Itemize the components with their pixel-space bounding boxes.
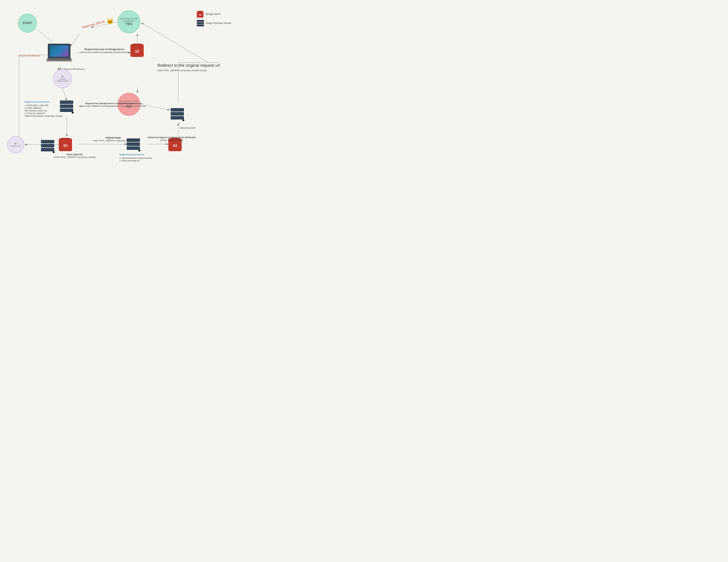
original-image-label: original image meida.YOUR__WEBSITE.com/g…: [93, 136, 133, 142]
ip-bottom-2: 2. create new image file: [119, 159, 152, 162]
request-storage-label: Request from Storage Server to Image Pro…: [82, 102, 146, 107]
request-user-title: Request from user to Storage Server: [80, 48, 129, 51]
server-bottom-left: ▶: [41, 140, 54, 151]
check-original-title: Check original file: [53, 153, 96, 156]
s3-icon-main: S3: [130, 43, 144, 57]
yes-answer: YES: [126, 22, 132, 26]
svg-line-25: [63, 88, 67, 100]
legend-processor-label: Image Processor Service: [206, 22, 231, 24]
legend: S3 Storage Server Image Processor Servic…: [197, 10, 231, 26]
ip-left-1: 1. Check tasks (--width 100): [25, 104, 62, 107]
s3-bucket-bottom-left: S3: [59, 137, 72, 151]
request-storage-title: Request from Storage Server to Image Pro…: [82, 102, 146, 105]
original-image-title: original image: [93, 136, 133, 139]
legend-server-icon: [197, 20, 204, 26]
ip-bottom-1: 1. High performance image processing: [119, 157, 152, 159]
ip-left-4: 3. Check the original file: [25, 112, 62, 115]
request-user-title-label: Request from user to Storage Server medi…: [80, 48, 129, 54]
server-cursor-bottom-left: ▶: [53, 150, 55, 152]
check-original-label: Check original file (meida.YOUR__WEBSITE…: [53, 153, 96, 158]
diagram-container: S3 Storage Server Image Processor Servic…: [0, 0, 243, 187]
server-stack-right: [171, 108, 184, 119]
upload-new-image-url: grumpy_cat-width-100.jpeg: [148, 139, 195, 141]
server-cursor-bottom-right: ▶: [139, 148, 141, 151]
legend-image-processor: Image Processor Service: [197, 20, 231, 26]
laptop-bottom: [46, 60, 72, 61]
node-if-middle: IF No tasks Validation failed: [53, 69, 72, 88]
request-storage-url: api.YOUR__WEBSITE.com/media/optimiser?ur…: [82, 105, 146, 107]
request-user-url: media.YOUR__WEBSITE.com/grumpy_cat-width…: [80, 51, 129, 54]
s3-bucket-main: S3: [130, 43, 144, 57]
s3-icon-bottom-left: S3: [59, 137, 72, 151]
svg-line-16: [141, 23, 209, 63]
legend-s3-icon: S3: [197, 10, 203, 18]
yes-question: Does grumpy_cat-width-100.jpeg exist ?: [118, 18, 140, 22]
laptop-screen: [48, 44, 71, 58]
cat-icon: 🐱: [107, 18, 114, 25]
laptop-icon: [48, 44, 72, 61]
server-stack-bottom-left: [41, 140, 54, 151]
server-cursor-left: ▶: [72, 111, 74, 113]
if-bottom-title: IF: [15, 142, 17, 145]
if-middle-line1: No tasks: [59, 78, 66, 80]
node-if-bottom: IF Doesn't exist: [7, 136, 24, 153]
laptop-screen-inner: [50, 45, 69, 57]
check-original-detail: (meida.YOUR__WEBSITE.com/ grumpy_cat.jpe…: [53, 156, 96, 158]
legend-storage-server: S3 Storage Server: [197, 10, 231, 18]
ip-left-3: (file extensions, tasks, etc): [25, 109, 62, 112]
upload-successful-label: Upload Successful: [180, 127, 195, 129]
upload-new-image-title: Upload new image to our Storage Server (…: [148, 136, 195, 139]
redirect-label: Redirect to the original request url med…: [157, 63, 220, 72]
ip-left-5: (https://meida.website.com/grumpy_cat.jp…: [25, 115, 62, 117]
node-start: START: [18, 14, 37, 33]
response-404-left-label: Response 404 NotFound: [19, 55, 40, 57]
legend-storage-label: Storage Server: [205, 13, 221, 15]
response-200-label: Response 200 ok: [81, 19, 105, 30]
image-processor-bottom-labels: Image Processor Service 1. High performa…: [119, 153, 152, 162]
ip-bottom-title: Image Processor Service: [119, 153, 152, 156]
upload-new-image-label: Upload new image to our Storage Server (…: [148, 136, 195, 141]
if-bottom-line1: Doesn't exist: [11, 145, 20, 147]
server-cursor-right: ▶: [183, 118, 185, 120]
ip-left-title: Image Processor Service: [25, 100, 62, 103]
if-middle-line2: Validation failed: [57, 80, 69, 82]
image-processor-left-labels: Image Processor Service 1. Check tasks (…: [25, 100, 62, 117]
original-image-url: meida.YOUR__WEBSITE.com/grumpy_cat.jpeg: [93, 139, 133, 142]
redirect-title: Redirect to the original request url: [157, 63, 220, 68]
node-yes: Does grumpy_cat-width-100.jpeg exist ? Y…: [118, 10, 140, 33]
server-right: ▶: [171, 108, 184, 119]
redirect-url: media.YOUR__WEBSITE.com/grumpy_cat-width…: [157, 69, 220, 72]
if-middle-title: IF: [62, 75, 64, 78]
laptop-base: [47, 58, 71, 60]
ip-left-2: 2. Check validations: [25, 107, 62, 109]
